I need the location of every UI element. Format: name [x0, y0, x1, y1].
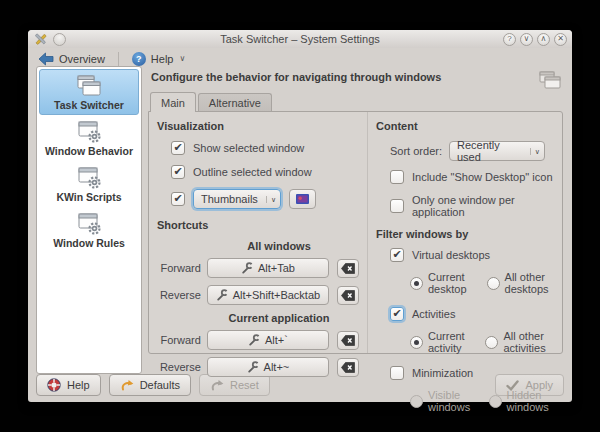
titlebar[interactable]: Task Switcher – System Settings ? ∨ ∧ ✕ — [28, 30, 572, 48]
outline-selected-window-checkbox[interactable]: ✔ — [171, 165, 185, 179]
outline-selected-window-label: Outline selected window — [193, 166, 312, 178]
activity-radio-row: Current activity All other activities — [410, 330, 554, 354]
sidebar-item-window-behavior[interactable]: Window Behavior — [39, 115, 139, 161]
show-selected-window-row: ✔ Show selected window — [171, 141, 359, 155]
all-other-activities-label: All other activities — [503, 330, 554, 354]
key-label: Alt+Shift+Backtab — [233, 289, 320, 301]
back-arrow-icon — [38, 52, 54, 66]
all-windows-reverse-key-button[interactable]: Alt+Shift+Backtab — [207, 285, 329, 305]
current-activity-label: Current activity — [428, 330, 470, 354]
desktop-radio-row: Current desktop All other desktops — [410, 271, 554, 295]
sidebar-item-window-rules[interactable]: Window Rules — [39, 207, 139, 253]
reset-button[interactable]: Reset — [199, 374, 270, 396]
current-desktop-radio[interactable] — [410, 277, 423, 290]
effect-preview-icon — [296, 194, 309, 204]
sort-order-combobox[interactable]: Recently used ∨ — [449, 141, 545, 161]
titlebar-close-button[interactable]: ✕ — [554, 33, 567, 46]
effect-row: ✔ Thumbnails ∨ — [171, 189, 359, 209]
check-icon: ✔ — [173, 141, 182, 154]
titlebar-shade-button[interactable]: ∨ — [520, 33, 533, 46]
effect-enabled-checkbox[interactable]: ✔ — [171, 192, 185, 206]
effect-combobox-value: Thumbnails — [201, 193, 261, 205]
show-selected-window-label: Show selected window — [193, 142, 304, 154]
all-other-activities-radio[interactable] — [485, 336, 498, 349]
titlebar-maximize-button[interactable]: ∧ — [537, 33, 550, 46]
clear-forward-all-button[interactable] — [337, 259, 359, 278]
titlebar-buttons: ? ∨ ∧ ✕ — [447, 33, 567, 46]
tab-bar: Main Alternative — [148, 92, 563, 112]
help-button[interactable]: Help — [36, 374, 101, 396]
help-menu-button[interactable]: ? Help ∨ — [129, 51, 188, 67]
all-other-desktops-radio[interactable] — [487, 277, 500, 290]
window-stack-icon — [76, 74, 102, 98]
configure-effect-button[interactable] — [289, 189, 316, 209]
overview-button[interactable]: Overview — [35, 51, 108, 67]
defaults-button[interactable]: Defaults — [109, 374, 191, 396]
one-window-per-app-checkbox[interactable] — [390, 199, 404, 213]
clear-forward-app-button[interactable] — [337, 331, 359, 350]
defaults-button-label: Defaults — [140, 379, 180, 391]
minimization-row: Minimization — [390, 366, 554, 380]
check-icon: ✔ — [392, 248, 401, 261]
all-other-desktops-label: All other desktops — [505, 271, 554, 295]
current-activity-radio[interactable] — [410, 336, 423, 349]
virtual-desktops-label: Virtual desktops — [412, 249, 490, 261]
page-title: Configure the behavior for navigating th… — [151, 71, 441, 83]
module-header: Configure the behavior for navigating th… — [148, 66, 563, 92]
activities-checkbox[interactable]: ✔ — [390, 307, 404, 321]
all-windows-forward-key-button[interactable]: Alt+Tab — [207, 258, 329, 278]
window-title: Task Switcher – System Settings — [153, 33, 447, 45]
sort-order-row: Sort order: Recently used ∨ — [390, 141, 554, 161]
titlebar-help-button[interactable]: ? — [503, 33, 516, 46]
visualization-heading: Visualization — [157, 120, 359, 132]
chevron-down-icon: ∨ — [530, 148, 540, 155]
undo-arrow-icon — [120, 379, 134, 391]
filter-heading: Filter windows by — [376, 228, 554, 240]
sidebar-item-label: Window Behavior — [45, 145, 133, 157]
radio-dot — [414, 281, 419, 286]
toolbar-separator — [118, 52, 119, 66]
system-settings-window: Task Switcher – System Settings ? ∨ ∧ ✕ … — [28, 30, 572, 402]
include-show-desktop-checkbox[interactable] — [390, 170, 404, 184]
current-app-reverse-key-button[interactable]: Alt+~ — [207, 357, 329, 377]
module-sidebar: Task Switcher Window Behavior KW — [36, 66, 142, 374]
all-other-activities-option: All other activities — [485, 330, 554, 354]
sort-order-value: Recently used — [457, 139, 525, 163]
check-icon: ✔ — [173, 165, 182, 178]
help-icon: ? — [132, 52, 146, 66]
key-label: Alt+` — [265, 334, 288, 346]
hidden-windows-radio — [489, 395, 502, 408]
undo-arrow-icon — [210, 379, 224, 391]
help-label: Help — [151, 53, 174, 65]
virtual-desktops-row: ✔ Virtual desktops — [390, 248, 554, 262]
clear-reverse-all-button[interactable] — [337, 286, 359, 305]
current-activity-option: Current activity — [410, 330, 470, 354]
forward-label: Forward — [157, 334, 201, 346]
current-app-forward-key-button[interactable]: Alt+` — [207, 330, 329, 350]
minimization-label: Minimization — [412, 367, 473, 379]
reset-button-label: Reset — [230, 379, 259, 391]
effect-combobox[interactable]: Thumbnails ∨ — [193, 189, 281, 209]
sidebar-item-label: Task Switcher — [54, 99, 124, 111]
tab-label: Main — [161, 97, 185, 109]
current-desktop-option: Current desktop — [410, 271, 472, 295]
visible-windows-option: Visible windows — [410, 389, 474, 413]
show-selected-window-checkbox[interactable]: ✔ — [171, 141, 185, 155]
shortcuts-heading: Shortcuts — [157, 219, 359, 231]
visible-windows-radio — [410, 395, 423, 408]
backspace-clear-icon — [341, 362, 355, 373]
all-windows-reverse-row: Reverse Alt+Shift+Backtab — [157, 285, 359, 305]
clear-reverse-app-button[interactable] — [337, 358, 359, 377]
question-icon: ? — [507, 35, 511, 43]
hidden-windows-label: Hidden windows — [507, 389, 554, 413]
all-windows-heading: All windows — [191, 240, 367, 252]
window-menu-button[interactable] — [53, 33, 66, 46]
sidebar-item-kwin-scripts[interactable]: KWin Scripts — [39, 161, 139, 207]
tab-main[interactable]: Main — [150, 92, 196, 112]
sidebar-item-task-switcher[interactable]: Task Switcher — [39, 69, 139, 115]
tab-alternative[interactable]: Alternative — [198, 93, 272, 112]
virtual-desktops-checkbox[interactable]: ✔ — [390, 248, 404, 262]
sidebar-item-label: Window Rules — [53, 237, 125, 249]
minimization-checkbox[interactable] — [390, 366, 404, 380]
screenshot-stage: Task Switcher – System Settings ? ∨ ∧ ✕ … — [0, 0, 600, 432]
